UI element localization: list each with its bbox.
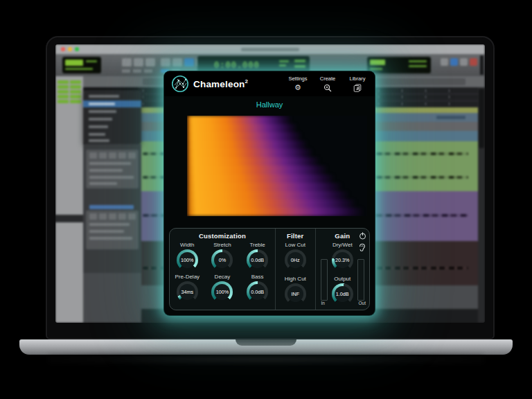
menu-label-settings: Settings [288, 76, 307, 82]
laptop-shadow [48, 354, 484, 365]
menu-highlighted-item [83, 100, 141, 107]
spectrogram-band [187, 183, 342, 191]
knob-label: Dry/Wet [332, 242, 353, 248]
knob-label: Width [180, 242, 194, 248]
knob-dial: 0Hz [285, 249, 306, 271]
menu-label-library: Library [350, 76, 366, 82]
knob-output[interactable]: Output 1.0dB [332, 276, 353, 305]
knob-value: 34ms [181, 289, 194, 295]
transport-button [161, 58, 170, 66]
spectrogram-band [187, 157, 320, 166]
magnifier-icon [323, 83, 332, 92]
transport-mini-button [122, 69, 130, 73]
knob-bass[interactable]: Bass 0.0dB [240, 274, 275, 303]
transport-divider [480, 55, 484, 75]
knob-pre-delay[interactable]: Pre-Delay 34ms [170, 274, 205, 303]
menu-label-create: Create [320, 76, 336, 82]
spectrogram-bands [187, 116, 367, 216]
knob-value: 0.0dB [251, 289, 264, 295]
spectrogram-band [187, 191, 349, 200]
macos-titlebar [55, 44, 485, 54]
section-gain: Gain [315, 229, 369, 310]
meter-in [321, 259, 328, 301]
knob-dry-wet[interactable]: Dry/Wet 20.3% [332, 242, 353, 271]
knob-dial: 20.3% [332, 249, 353, 271]
spectrogram-band [187, 124, 297, 132]
menu-item-settings[interactable]: Settings ⚙ [287, 76, 308, 92]
counter-display [367, 57, 431, 73]
transport-button [441, 58, 448, 66]
knob-treble[interactable]: Treble 0.0dB [240, 242, 275, 271]
knob-label: Decay [215, 274, 231, 280]
section-filter: Filter Low Cut 0Hz High Cut INF [275, 229, 315, 310]
knob-decay[interactable]: Decay 100% [205, 274, 240, 303]
knob-value: 0% [219, 257, 226, 263]
spectrogram-band [187, 208, 364, 216]
spectrogram-band [187, 149, 313, 157]
preset-name[interactable]: Hallway [164, 100, 375, 109]
knob-stretch[interactable]: Stretch 0% [205, 242, 240, 271]
transport-lcd-left [62, 57, 101, 73]
transport-button [460, 58, 468, 66]
ear-icon[interactable] [358, 243, 366, 251]
transport-mini-button [144, 69, 152, 73]
scrollbar-thumb[interactable] [479, 89, 484, 148]
traffic-light-zoom[interactable] [75, 47, 79, 51]
spectrogram-band [187, 200, 356, 208]
meter-label-out: Out [359, 301, 366, 305]
transport-button [134, 58, 143, 66]
spectrogram-band [187, 116, 292, 124]
meter-out [357, 259, 364, 301]
window-title [241, 48, 299, 51]
track-menu-popup [83, 90, 141, 144]
knob-dial: 0% [211, 249, 233, 271]
knob-value: 20.3% [335, 257, 349, 263]
plugin-title-sup: 2 [245, 78, 249, 85]
track-controls-panel [83, 144, 141, 323]
plugin-title: Chameleon2 [193, 78, 248, 89]
spectrogram-band [187, 141, 308, 149]
menu-item-library[interactable]: Library [347, 76, 368, 92]
traffic-light-close[interactable] [61, 47, 65, 51]
stage: 0:00.000 [0, 0, 532, 399]
controls-panel: Customization Width 100% Stretch 0% [169, 228, 370, 310]
section-title: Customization [170, 232, 275, 240]
transport-mini-button [133, 69, 141, 73]
laptop-notch [236, 339, 296, 346]
laptop-base [19, 339, 513, 355]
transport-button [172, 58, 182, 66]
section-title: Filter [276, 232, 315, 240]
plugin-header: Chameleon2 Settings ⚙ Create [164, 71, 375, 96]
gear-icon: ⚙ [294, 83, 301, 92]
knob-value: 100% [181, 257, 193, 263]
plugin-menu: Settings ⚙ Create Library [287, 76, 368, 92]
scrollbar[interactable] [478, 87, 485, 323]
transport-button [450, 58, 458, 66]
power-icon[interactable] [358, 231, 366, 240]
knob-dial: 0.0dB [247, 249, 268, 271]
plugin-window: Chameleon2 Settings ⚙ Create [164, 71, 375, 315]
knob-dial: 100% [211, 281, 233, 303]
knob-label: Treble [249, 242, 265, 248]
knob-label: Stretch [213, 242, 231, 248]
knob-dial: 34ms [177, 281, 198, 303]
knob-label: Bass [251, 274, 264, 280]
section-customization: Customization Width 100% Stretch 0% [170, 229, 275, 310]
transport-record-button [470, 58, 477, 66]
traffic-light-minimize[interactable] [68, 47, 72, 51]
meter-label-in: In [321, 301, 325, 305]
clip-list-panel [55, 76, 83, 323]
library-icon [353, 83, 362, 92]
spectrogram-band [187, 166, 328, 174]
menu-item-create[interactable]: Create [317, 76, 338, 92]
knob-label: Output [334, 276, 351, 282]
knob-value: 0.0dB [251, 257, 264, 263]
knob-high-cut[interactable]: High Cut INF [285, 276, 306, 305]
knob-value: 1.0dB [336, 291, 349, 297]
knob-label: Pre-Delay [175, 274, 200, 280]
knob-dial: 100% [177, 249, 198, 271]
knob-label: High Cut [285, 276, 306, 282]
knob-low-cut[interactable]: Low Cut 0Hz [285, 242, 306, 271]
knob-width[interactable]: Width 100% [170, 242, 205, 271]
knob-value: INF [291, 291, 299, 297]
